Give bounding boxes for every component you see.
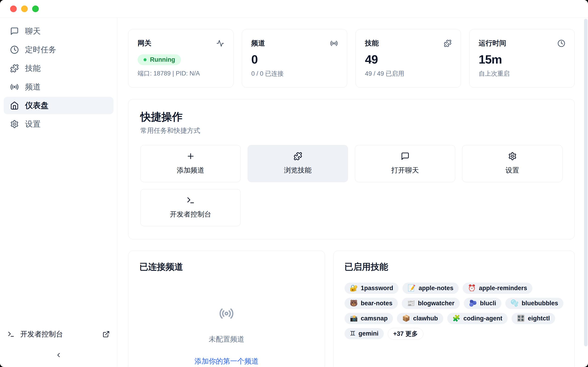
skill-chip-clawhub[interactable]: 📦clawhub (397, 313, 443, 324)
action-dev-console-button[interactable]: 开发者控制台 (140, 189, 241, 226)
status-badge: Running (138, 54, 181, 65)
clock-icon (557, 40, 565, 47)
sidebar-item-label: 聊天 (25, 26, 41, 36)
sidebar: 聊天定时任务技能频道仪表盘设置 开发者控制台 (0, 18, 117, 367)
channels-empty-text: 未配置频道 (209, 334, 244, 344)
settings-icon (10, 120, 19, 128)
status-dot-icon (144, 58, 147, 61)
skill-chip-apple-notes[interactable]: 📝apple-notes (402, 283, 459, 294)
skill-emoji-icon: 🔐 (350, 285, 358, 291)
sidebar-item-label: 频道 (25, 82, 41, 92)
sidebar-item-label: 定时任务 (25, 44, 56, 55)
external-link-icon[interactable] (103, 331, 110, 338)
stat-card-detail: 0 / 0 已连接 (251, 69, 338, 78)
stat-card-title: 网关 (138, 39, 151, 48)
skill-emoji-icon: 🐻 (350, 300, 358, 307)
sidebar-item-dashboard[interactable]: 仪表盘 (4, 97, 113, 114)
home-icon (10, 101, 19, 110)
skills-chip-row: 🐻bear-notes📰blogwatcher🫐blucli🫧bluebubbl… (345, 298, 563, 309)
quick-actions-panel: 快捷操作 常用任务和快捷方式 添加频道浏览技能打开聊天设置开发者控制台 (128, 99, 575, 239)
add-first-channel-link[interactable]: 添加你的第一个频道 (195, 357, 259, 366)
radio-icon (330, 40, 338, 47)
skill-chip-1password[interactable]: 🔐1password (345, 283, 398, 294)
skill-chip-gemini[interactable]: ♊gemini (345, 328, 384, 339)
sidebar-item-label: 技能 (25, 63, 41, 74)
sidebar-collapse-row (4, 352, 113, 359)
skill-chip-eightctl[interactable]: 🎛️eightctl (511, 313, 555, 324)
chevron-left-icon (55, 352, 62, 359)
app-window: 聊天定时任务技能频道仪表盘设置 开发者控制台 网关Running端口: 1878… (0, 0, 588, 367)
skill-chip-label: camsnap (361, 315, 388, 322)
skill-emoji-icon: 📰 (407, 300, 415, 307)
skills-chip-row: 🔐1password📝apple-notes⏰apple-reminders (345, 283, 563, 294)
stat-card-header: 网关 (138, 39, 224, 48)
radio-icon (10, 83, 19, 91)
skill-emoji-icon: 🫐 (469, 300, 477, 307)
activity-icon (216, 40, 224, 47)
dashboard-main: 网关Running端口: 18789 | PID: N/A频道00 / 0 已连… (117, 18, 588, 367)
skill-chip-bear-notes[interactable]: 🐻bear-notes (345, 298, 398, 309)
minimize-window-button[interactable] (21, 6, 28, 12)
stat-card-value: 0 (251, 53, 338, 65)
enabled-skills-panel: 已启用技能 🔐1password📝apple-notes⏰apple-remin… (333, 251, 575, 367)
skill-emoji-icon: 🧩 (452, 315, 460, 322)
zoom-window-button[interactable] (32, 6, 39, 12)
skill-emoji-icon: 🎛️ (517, 315, 525, 322)
skill-chip-camsnap[interactable]: 📸camsnap (345, 313, 393, 324)
action-settings-button[interactable]: 设置 (462, 145, 562, 182)
stat-card-channels: 频道00 / 0 已连接 (242, 29, 347, 88)
quick-actions-grid: 添加频道浏览技能打开聊天设置开发者控制台 (140, 145, 562, 226)
skill-chip-label: eightctl (528, 315, 550, 322)
connected-channels-panel: 已连接频道 未配置频道 添加你的第一个频道 (128, 251, 325, 367)
stat-card-header: 频道 (251, 39, 338, 48)
scrollbar-thumb[interactable] (584, 19, 588, 346)
terminal-icon (7, 331, 15, 338)
action-button-label: 添加频道 (177, 166, 204, 175)
enabled-skills-title: 已启用技能 (345, 262, 563, 272)
skill-emoji-icon: ⏰ (468, 285, 476, 291)
bottom-grid: 已连接频道 未配置频道 添加你的第一个频道 已启用技能 🔐1password📝a… (128, 251, 575, 367)
sidebar-item-settings[interactable]: 设置 (4, 115, 113, 133)
more-skills-chip[interactable]: +37 更多 (388, 328, 423, 340)
skill-chip-apple-reminders[interactable]: ⏰apple-reminders (463, 283, 532, 294)
skill-emoji-icon: 📦 (402, 315, 410, 322)
skills-chip-row: ♊gemini+37 更多 (345, 328, 563, 340)
stat-card-detail: 49 / 49 已启用 (365, 69, 451, 78)
skill-chip-bluebubbles[interactable]: 🫧bluebubbles (505, 298, 563, 309)
action-open-chat-button[interactable]: 打开聊天 (355, 145, 455, 182)
skill-chip-label: blogwatcher (418, 300, 455, 307)
radio-icon (219, 306, 234, 321)
stat-card-header: 运行时间 (479, 39, 565, 48)
message-square-icon (401, 152, 409, 161)
sidebar-item-skills[interactable]: 技能 (4, 60, 113, 77)
sidebar-dev-console[interactable]: 开发者控制台 (4, 327, 113, 342)
stat-card-title: 技能 (365, 39, 379, 48)
stat-card-title: 运行时间 (479, 39, 506, 48)
scrollbar[interactable] (584, 19, 588, 365)
skill-chip-blucli[interactable]: 🫐blucli (464, 298, 502, 309)
skill-chip-label: clawhub (413, 315, 438, 322)
action-browse-skills-button[interactable]: 浏览技能 (248, 145, 348, 182)
channels-empty-state: 未配置频道 添加你的第一个频道 (139, 306, 314, 366)
sidebar-item-channels[interactable]: 频道 (4, 78, 113, 96)
sidebar-item-scheduled-tasks[interactable]: 定时任务 (4, 41, 113, 58)
settings-icon (508, 152, 517, 161)
action-add-channel-button[interactable]: 添加频道 (140, 145, 241, 182)
skill-chip-label: bear-notes (361, 300, 393, 307)
skill-chip-label: blucli (480, 300, 496, 307)
plus-icon (186, 152, 195, 161)
sidebar-item-chat[interactable]: 聊天 (4, 23, 113, 40)
sidebar-item-label: 仪表盘 (25, 100, 48, 111)
skill-emoji-icon: 🫧 (510, 300, 519, 307)
stat-card-detail: 自上次重启 (479, 69, 565, 78)
collapse-sidebar-button[interactable] (55, 352, 62, 359)
skill-chip-coding-agent[interactable]: 🧩coding-agent (447, 313, 508, 324)
puzzle-icon (294, 152, 302, 161)
skill-emoji-icon: ♊ (350, 330, 355, 337)
clock-icon (10, 45, 19, 54)
stat-card-skills: 技能4949 / 49 已启用 (355, 29, 461, 88)
close-window-button[interactable] (10, 6, 17, 12)
stat-card-detail: 端口: 18789 | PID: N/A (138, 69, 224, 77)
skill-chip-blogwatcher[interactable]: 📰blogwatcher (402, 298, 460, 309)
skill-chip-label: coding-agent (464, 315, 502, 322)
